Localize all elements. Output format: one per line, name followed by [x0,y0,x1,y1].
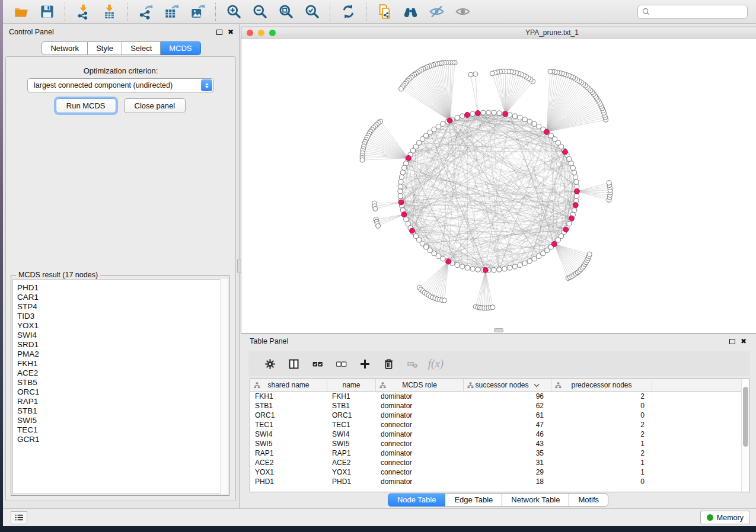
cell-predecessor-nodes: 1 [551,459,652,467]
result-node-item[interactable]: CAR1 [17,293,227,302]
task-list-icon[interactable] [11,511,27,524]
result-node-item[interactable]: YOX1 [17,321,227,331]
column-header-MCDS-role[interactable]: MCDS role [376,379,464,391]
control-panel: Control Panel ✖ NetworkStyleSelectMCDS O… [3,24,240,508]
result-list-scrollbar[interactable] [220,279,228,494]
window-minimize-icon[interactable] [258,30,264,36]
attribute-icon [254,382,260,389]
table-scrollbar[interactable] [741,379,749,492]
column-header-name[interactable]: name [327,379,376,391]
cell-MCDS-role: connector [376,421,464,429]
select-all-icon[interactable] [305,354,329,374]
window-close-icon[interactable] [247,30,253,36]
show-graphics-icon[interactable] [449,2,476,22]
result-node-item[interactable]: GCR1 [17,435,227,444]
export-table-icon[interactable] [158,2,184,22]
deselect-all-icon[interactable] [329,354,353,374]
result-node-item[interactable]: SWI5 [17,416,227,425]
horizontal-splitter-handle[interactable] [494,328,503,332]
refresh-view-icon[interactable] [335,2,361,22]
memory-button[interactable]: Memory [700,511,750,524]
zoom-in-icon[interactable] [221,2,247,22]
tab-style[interactable]: Style [88,41,122,55]
column-header-shared-name[interactable]: shared name [250,379,327,391]
table-row[interactable]: FKH1FKH1dominator962 [250,392,749,401]
open-folder-icon[interactable] [8,2,34,22]
import-network-icon[interactable] [70,2,96,22]
table-row[interactable]: YOX1YOX1connector291 [250,467,749,477]
export-image-icon[interactable] [184,2,210,22]
export-network-icon[interactable] [132,2,158,22]
delete-icon[interactable] [377,354,400,374]
result-node-item[interactable]: PMA2 [17,350,227,359]
node-table[interactable]: shared namenameMCDS rolesuccessor nodesp… [250,379,750,492]
zoom-selected-icon[interactable] [299,2,325,22]
table-row[interactable]: STB1STB1dominator620 [250,401,749,411]
float-icon[interactable] [729,339,735,344]
columns-icon[interactable] [282,354,305,374]
column-header-successor-nodes[interactable]: successor nodes [464,379,551,391]
table-row[interactable]: ACE2ACE2connector311 [250,458,749,467]
tab-motifs[interactable]: Motifs [569,493,608,507]
gear-icon[interactable] [258,354,282,374]
attribute-icon [555,382,562,389]
result-node-item[interactable]: TID3 [17,312,227,321]
import-table-icon[interactable] [96,2,122,22]
tab-edge-table[interactable]: Edge Table [445,493,502,507]
clone-network-icon[interactable] [371,2,397,22]
tab-network[interactable]: Network [42,41,88,55]
table-row[interactable]: TEC1TEC1connector472 [250,420,749,430]
cell-shared-name: YOX1 [250,468,327,476]
optimization-criterion-select[interactable]: largest connected component (undirected) [27,78,214,92]
memory-button-label: Memory [717,514,744,522]
save-session-icon[interactable] [34,2,60,22]
result-node-item[interactable]: STB5 [17,378,227,387]
table-row[interactable]: SWI4SWI4dominator462 [250,430,749,439]
result-node-item[interactable]: ACE2 [17,368,227,378]
tab-select[interactable]: Select [122,41,161,55]
search-windows-icon[interactable] [397,2,423,22]
tab-network-table[interactable]: Network Table [502,493,569,507]
close-icon[interactable]: ✖ [228,28,234,36]
tab-mcds[interactable]: MCDS [161,41,200,55]
add-icon[interactable] [353,354,377,374]
delete-column-icon[interactable] [400,354,424,374]
table-type-tabs: Node TableEdge TableNetwork TableMotifs [240,493,756,507]
result-node-item[interactable]: ORC1 [17,387,227,397]
table-panel-title: Table Panel [250,337,288,345]
table-row[interactable]: ORC1ORC1dominator610 [250,411,749,420]
cell-MCDS-role: dominator [376,411,464,419]
search-input[interactable] [653,8,743,16]
column-header-predecessor-nodes[interactable]: predecessor nodes [551,379,652,391]
table-header-row: shared namenameMCDS rolesuccessor nodesp… [250,379,749,392]
zoom-out-icon[interactable] [247,2,273,22]
close-icon[interactable]: ✖ [741,338,747,345]
table-row[interactable]: RAP1RAP1dominator352 [250,448,749,458]
result-node-item[interactable]: STB1 [17,406,227,416]
close-panel-button[interactable]: Close panel [124,98,186,113]
float-icon[interactable] [216,30,222,35]
window-zoom-icon[interactable] [269,30,276,36]
tab-node-table[interactable]: Node Table [388,493,446,507]
main-toolbar [3,0,756,24]
cell-successor-nodes: 96 [464,392,551,400]
table-row[interactable]: PHD1PHD1dominator180 [250,477,749,486]
result-node-item[interactable]: SWI4 [17,331,227,340]
result-node-item[interactable]: RAP1 [17,397,227,406]
result-node-item[interactable]: STP4 [17,302,227,312]
run-mcds-button[interactable]: Run MCDS [56,98,116,113]
table-scrollbar-thumb[interactable] [743,387,748,447]
mcds-result-list[interactable]: PHD1CAR1STP4TID3YOX1SWI4SRD1PMA2FKH1ACE2… [12,279,228,494]
result-node-item[interactable]: SRD1 [17,340,227,350]
result-node-item[interactable]: PHD1 [17,283,227,293]
hide-panels-icon[interactable] [423,2,449,22]
zoom-fit-icon[interactable] [273,2,299,22]
network-canvas[interactable] [241,39,756,333]
global-search-field[interactable] [637,5,748,19]
result-node-item[interactable]: TEC1 [17,425,227,435]
result-node-item[interactable]: FKH1 [17,359,227,368]
table-row[interactable]: SWI5SWI5connector431 [250,439,749,448]
network-window-title: YPA_prune.txt_1 [525,28,579,37]
network-window-titlebar[interactable]: YPA_prune.txt_1 [241,27,756,39]
function-icon[interactable]: f(x) [424,354,448,374]
